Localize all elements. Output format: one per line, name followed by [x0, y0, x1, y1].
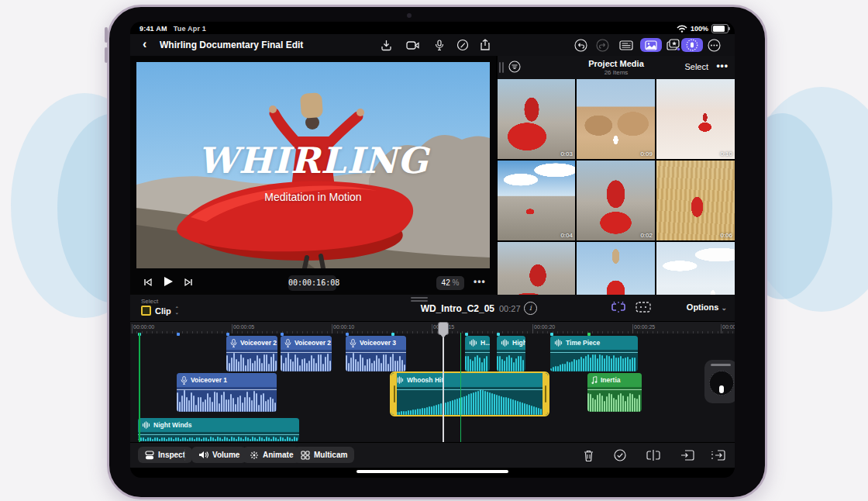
mic-icon	[181, 376, 188, 385]
undo-button[interactable]	[572, 38, 589, 52]
mic-icon	[230, 339, 237, 347]
clip-label: Night Winds	[153, 421, 192, 429]
jog-wheel-toggle-button[interactable]	[681, 38, 703, 52]
approve-clip-button[interactable]	[611, 447, 629, 463]
media-thumbnail-red-skirt-closeup[interactable]	[498, 242, 575, 295]
waveform-icon	[554, 339, 563, 347]
share-button[interactable]	[477, 38, 494, 52]
timeline-clip-night-winds[interactable]: Night Winds	[138, 418, 299, 441]
volume-down-button[interactable]	[105, 47, 108, 63]
media-thumbnail-red-dancer-back-view[interactable]: 0:02	[577, 161, 655, 240]
timecode-display[interactable]: 00:00:16:08	[288, 275, 336, 291]
clip-label: H...	[480, 339, 490, 347]
pencil-tools-button[interactable]	[454, 38, 471, 52]
volume-up-button[interactable]	[105, 27, 108, 43]
ipad-screen: 9:41 AM Tue Apr 1 100% ‹ Whirling Docume…	[130, 22, 735, 478]
trim-handle-left[interactable]	[391, 373, 397, 415]
ruler-time-label: 00:00:05	[233, 324, 254, 330]
viewer-zoom-level[interactable]: 42 %	[436, 276, 464, 290]
volume-button[interactable]: Volume	[191, 447, 246, 463]
media-more-button[interactable]: •••	[716, 60, 728, 71]
thumbnail-duration: 0:04	[560, 232, 573, 239]
media-thumbnail-cloudy-sky-red-dancer[interactable]: 0:04	[498, 161, 575, 240]
options-button[interactable]: Options ⌄	[687, 302, 727, 312]
record-video-button[interactable]	[405, 38, 422, 52]
ruler-time-label: 00:00:25	[634, 324, 655, 330]
media-thumbnail-desert-rocks-white-dancer[interactable]: 0:09	[577, 79, 655, 159]
timeline-header: Select Clip ⌃⌄ WD_Intro_C2_05 00:27 i Op…	[130, 295, 735, 321]
import-button[interactable]	[377, 38, 394, 52]
trim-handle-right[interactable]	[542, 373, 548, 415]
toolbar-divider	[184, 449, 185, 461]
multicam-button[interactable]: Multicam	[294, 447, 354, 463]
selected-clip-duration: 00:27	[499, 304, 521, 313]
effects-titles-button[interactable]	[665, 38, 682, 52]
status-bar: 9:41 AM Tue Apr 1 100%	[130, 22, 735, 34]
media-thumbnail-white-dancer-clouds[interactable]	[656, 242, 735, 295]
timeline-clip-whoosh-hit[interactable]: Whoosh Hit	[391, 373, 548, 415]
clip-info-button[interactable]: i	[524, 302, 537, 315]
ruler-time-label: 00:00:20	[534, 324, 555, 330]
timeline-ruler[interactable]: 00:00:0000:00:0500:00:1000:00:1500:00:20…	[130, 321, 735, 333]
front-camera	[407, 13, 412, 18]
timeline-clip-inertia[interactable]: Inertia	[587, 373, 642, 412]
skimmer-line[interactable]	[460, 333, 461, 442]
overwrite-clip-button[interactable]	[679, 447, 696, 463]
video-preview[interactable]: WHIRLING Meditation in Motion	[136, 62, 490, 268]
media-thumbnail-red-dancer-hillside[interactable]: 0:03	[498, 79, 575, 159]
timeline-clip-voiceover-2[interactable]: Voiceover 2	[226, 336, 277, 371]
top-toolbar: ‹ Whirling Documentary Final Edit	[130, 34, 735, 57]
clip-start-marker	[281, 333, 284, 336]
jog-wheel-drag-handle[interactable]	[711, 364, 731, 366]
timeline-tracks[interactable]: Voiceover 2Voiceover 2Voiceover 3H...Hig…	[130, 333, 735, 442]
thumbnail-duration: 0:03	[560, 150, 573, 157]
media-thumbnail-salt-flat-red-dancer[interactable]: 0:10	[656, 79, 735, 159]
animate-button[interactable]: Animate	[243, 447, 300, 463]
clip-start-marker	[391, 333, 394, 336]
timeline-drag-handle[interactable]	[411, 297, 428, 303]
thumbnail-duration: 0:02	[640, 232, 653, 239]
delete-clip-button[interactable]	[580, 447, 597, 463]
overwrite-mode-icon[interactable]	[636, 301, 651, 316]
project-title: Whirling Documentary Final Edit	[160, 40, 303, 50]
jog-wheel-dial[interactable]	[709, 371, 734, 396]
play-button[interactable]	[163, 276, 174, 290]
media-thumbnail-tall-hat-man[interactable]	[577, 242, 655, 295]
clip-label: Voiceover 2	[294, 339, 331, 347]
playhead-line[interactable]	[443, 333, 444, 442]
project-media-panel: Project Media 26 Items Select ••• 0:030:…	[498, 56, 735, 295]
tool-label: Clip	[155, 306, 171, 316]
status-time: 9:41 AM	[140, 25, 167, 33]
redo-button[interactable]	[594, 38, 611, 52]
timeline-clip-voiceover-3[interactable]: Voiceover 3	[346, 336, 406, 371]
home-indicator[interactable]	[356, 470, 508, 473]
floating-jog-wheel[interactable]	[704, 360, 735, 403]
bottom-toolbar: Inspect Volume Animate Multicam	[130, 442, 735, 468]
viewer-more-button[interactable]: •••	[474, 276, 486, 287]
connect-clip-icon[interactable]	[611, 301, 626, 316]
select-button[interactable]: Select	[684, 62, 708, 71]
timeline-clip-time-piece[interactable]: Time Piece	[550, 336, 638, 371]
media-thumbnail-golden-reeds-man[interactable]: 0:06	[656, 161, 735, 240]
timeline-clip-voiceover-1[interactable]: Voiceover 1	[177, 373, 277, 412]
timeline-clip-h-[interactable]: H...	[465, 336, 490, 371]
timeline-clip-high-[interactable]: High...	[497, 336, 525, 371]
timeline-clip-voiceover-2[interactable]: Voiceover 2	[281, 336, 332, 371]
more-menu-button[interactable]	[705, 38, 722, 52]
insert-clip-button[interactable]	[710, 447, 727, 463]
zoom-unit: %	[453, 278, 460, 287]
back-button[interactable]: ‹	[143, 37, 146, 51]
keyboard-shortcuts-button[interactable]	[618, 38, 635, 52]
tool-stepper-icon: ⌃⌄	[175, 307, 179, 315]
media-browser-button[interactable]	[640, 38, 662, 52]
record-voiceover-button[interactable]	[431, 38, 448, 52]
clip-tool-selector[interactable]: Clip ⌃⌄	[141, 306, 179, 316]
skip-to-start-button[interactable]	[143, 276, 153, 290]
mic-icon	[350, 339, 356, 347]
preview-subtitle-overlay: Meditation in Motion	[136, 191, 490, 203]
playhead-handle[interactable]	[438, 322, 449, 335]
select-mode-label: Select	[141, 298, 158, 305]
split-clip-button[interactable]	[645, 447, 662, 463]
clip-start-marker	[346, 333, 349, 336]
skip-to-end-button[interactable]	[183, 276, 194, 290]
